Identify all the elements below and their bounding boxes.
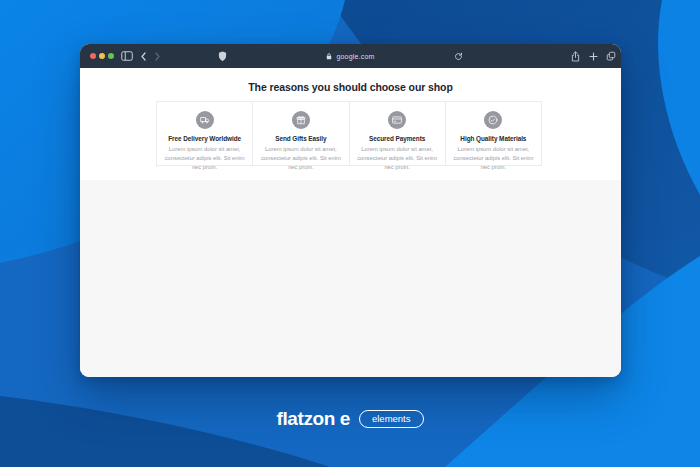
browser-toolbar: google.com [80,44,621,68]
tabs-overview-icon[interactable] [605,44,617,68]
reload-icon[interactable] [452,44,464,68]
hero-artwork: google.com [0,0,700,467]
empty-page-area [80,180,621,377]
back-icon[interactable] [138,44,148,68]
forward-icon[interactable] [152,44,162,68]
feature-description: Lorem ipsum dolor sit amet, consectetur … [162,145,248,172]
feature-title: Send Gifts Easily [253,135,348,142]
brand-footer: flatzon e elements [0,405,700,433]
share-icon[interactable] [569,44,581,68]
features-box: Free Delivery Worldwide Lorem ipsum dolo… [156,101,542,166]
traffic-light-minimize[interactable] [99,53,105,59]
delivery-truck-icon [196,111,214,129]
lock-icon [326,53,332,60]
new-tab-icon[interactable] [587,44,599,68]
shop-reasons-section: The reasons you should choose our shop F… [80,68,621,180]
credit-card-icon [388,111,406,129]
feature-card-secured-payments: Secured Payments Lorem ipsum dolor sit a… [349,102,445,165]
shield-icon[interactable] [216,44,228,68]
quality-badge-icon [484,111,502,129]
feature-title: Free Delivery Worldwide [157,135,252,142]
traffic-light-close[interactable] [90,53,96,59]
traffic-light-zoom[interactable] [108,53,114,59]
brand-logo: flatzon e [276,408,349,430]
feature-card-send-gifts: Send Gifts Easily Lorem ipsum dolor sit … [252,102,348,165]
feature-description: Lorem ipsum dolor sit amet, consectetur … [258,145,344,172]
gift-icon [292,111,310,129]
feature-description: Lorem ipsum dolor sit amet, consectetur … [354,145,440,172]
url-text[interactable]: google.com [336,53,374,60]
feature-card-high-quality: High Quality Materials Lorem ipsum dolor… [445,102,541,165]
feature-description: Lorem ipsum dolor sit amet, consectetur … [450,145,536,172]
elements-badge: elements [359,410,424,429]
sidebar-icon[interactable] [120,44,134,68]
page-title: The reasons you should choose our shop [80,68,621,93]
browser-window: google.com [80,44,621,377]
feature-card-free-delivery: Free Delivery Worldwide Lorem ipsum dolo… [157,102,252,165]
feature-title: Secured Payments [350,135,445,142]
feature-title: High Quality Materials [446,135,541,142]
